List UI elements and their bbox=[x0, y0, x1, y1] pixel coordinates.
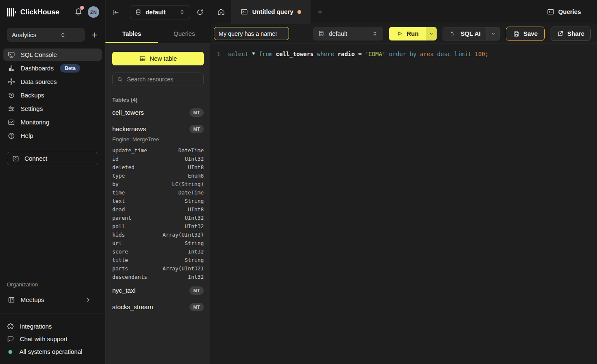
sidebar-item-backups[interactable]: Backups bbox=[3, 89, 102, 101]
clickhouse-logo bbox=[7, 8, 16, 17]
sidebar-item-help[interactable]: Help bbox=[3, 129, 102, 142]
share-button[interactable]: Share bbox=[551, 27, 591, 41]
sidebar-item-settings[interactable]: Settings bbox=[3, 102, 102, 115]
avatar[interactable]: ZN bbox=[88, 6, 99, 18]
sidebar-item-data-sources[interactable]: Data sources bbox=[3, 75, 102, 88]
column-row[interactable]: url String bbox=[112, 239, 204, 247]
table-row-nyc-taxi[interactable]: nyc_taxi MT bbox=[112, 283, 204, 297]
table-row-hackernews[interactable]: hackernews MT bbox=[112, 122, 204, 136]
home-button[interactable] bbox=[211, 0, 231, 24]
collapse-panel-button[interactable] bbox=[112, 8, 120, 16]
column-row[interactable]: by LC(String) bbox=[112, 180, 204, 188]
column-type: UInt8 bbox=[188, 164, 204, 170]
explorer-panel: default Tables Queries bbox=[105, 0, 211, 364]
engine-detail: Engine: MergeTree bbox=[112, 136, 204, 143]
column-type: String bbox=[185, 198, 204, 204]
search-resources-input[interactable] bbox=[127, 76, 203, 83]
tab-tables[interactable]: Tables bbox=[105, 24, 158, 43]
column-row[interactable]: parent UInt32 bbox=[112, 213, 204, 222]
search-resources-box[interactable] bbox=[112, 73, 204, 86]
column-row[interactable]: update_time DateTime bbox=[112, 146, 204, 154]
engine-badge: MT bbox=[189, 303, 204, 311]
sql-ai-options-button[interactable] bbox=[486, 27, 500, 40]
column-row[interactable]: text String bbox=[112, 197, 204, 205]
sidebar-item-label: SQL Console bbox=[21, 51, 57, 58]
column-name: parts bbox=[112, 265, 128, 272]
column-row[interactable]: deleted UInt8 bbox=[112, 163, 204, 171]
column-name: by bbox=[112, 181, 119, 187]
share-icon bbox=[557, 30, 564, 37]
search-icon bbox=[117, 76, 123, 83]
sidebar-item-sql-console[interactable]: SQL Console bbox=[3, 49, 102, 61]
database-icon bbox=[135, 9, 141, 15]
integrations-label: Integrations bbox=[20, 323, 52, 330]
column-list: update_time DateTime id UInt32 deleted U… bbox=[112, 146, 204, 281]
brand-name: ClickHouse bbox=[20, 8, 74, 16]
run-database-select[interactable]: default bbox=[313, 27, 383, 40]
workspace-select[interactable]: Analytics bbox=[7, 28, 85, 42]
system-status-label: All systems operational bbox=[19, 348, 82, 355]
sidebar-header: ClickHouse ZN bbox=[0, 0, 105, 24]
chevron-down-icon bbox=[491, 31, 496, 36]
column-name: parent bbox=[112, 215, 131, 221]
queries-button[interactable]: Queries bbox=[547, 0, 597, 24]
chevron-updown-icon bbox=[46, 32, 80, 38]
chevron-right-icon bbox=[85, 297, 91, 303]
save-button[interactable]: Save bbox=[506, 27, 545, 41]
column-name: text bbox=[112, 198, 125, 204]
app-root: ClickHouse ZN Analytics bbox=[0, 0, 597, 364]
column-row[interactable]: poll UInt32 bbox=[112, 222, 204, 230]
column-row[interactable]: dead UInt8 bbox=[112, 205, 204, 213]
tab-untitled-query[interactable]: Untitled query bbox=[231, 0, 311, 24]
sidebar-item-chat-support[interactable]: Chat with support bbox=[7, 333, 98, 345]
notifications-button[interactable] bbox=[74, 7, 83, 17]
sidebar-item-dashboards[interactable]: Dashboards Beta bbox=[3, 62, 102, 74]
tab-queries[interactable]: Queries bbox=[158, 24, 211, 43]
column-row[interactable]: parts Array(UInt32) bbox=[112, 264, 204, 272]
column-row[interactable]: score Int32 bbox=[112, 247, 204, 256]
column-name: id bbox=[112, 156, 119, 162]
table-row-cell-towers[interactable]: cell_towers MT bbox=[112, 105, 204, 119]
notification-dot bbox=[80, 6, 84, 10]
column-type: UInt32 bbox=[185, 215, 204, 221]
tables-section-label: Tables (4) bbox=[112, 97, 204, 103]
run-options-button[interactable] bbox=[426, 27, 437, 40]
toolbar-right-group: default Run bbox=[313, 27, 591, 41]
column-row[interactable]: title String bbox=[112, 256, 204, 264]
column-name: url bbox=[112, 240, 122, 246]
system-status-row[interactable]: All systems operational bbox=[7, 345, 98, 358]
new-table-label: New table bbox=[150, 55, 177, 62]
database-select[interactable]: default bbox=[130, 5, 190, 19]
sidebar-item-integrations[interactable]: Integrations bbox=[7, 320, 98, 333]
add-service-button[interactable] bbox=[91, 31, 98, 39]
run-button[interactable]: Run bbox=[389, 27, 426, 40]
column-type: UInt8 bbox=[188, 206, 204, 213]
connect-button[interactable]: Connect bbox=[7, 152, 98, 165]
column-type: LC(String) bbox=[172, 181, 204, 187]
column-row[interactable]: type Enum8 bbox=[112, 171, 204, 180]
column-row[interactable]: id UInt32 bbox=[112, 154, 204, 163]
query-toolbar: default Run bbox=[211, 24, 597, 43]
database-select-value: default bbox=[146, 9, 175, 16]
sidebar-item-monitoring[interactable]: Monitoring bbox=[3, 116, 102, 128]
play-icon bbox=[397, 30, 403, 37]
chat-icon bbox=[7, 335, 14, 343]
column-row[interactable]: time DateTime bbox=[112, 188, 204, 197]
column-type: String bbox=[185, 240, 204, 246]
line-number: 1 bbox=[211, 50, 221, 59]
explorer-tabs: Tables Queries bbox=[105, 24, 211, 43]
query-name-input[interactable] bbox=[214, 27, 289, 40]
sidebar-item-meetups[interactable]: Meetups bbox=[0, 294, 105, 306]
refresh-button[interactable] bbox=[196, 8, 204, 16]
table-row-stocks-stream[interactable]: stocks_stream MT bbox=[112, 300, 204, 314]
workspace-row: Analytics bbox=[0, 24, 105, 46]
column-row[interactable]: descendants Int32 bbox=[112, 272, 204, 281]
sql-ai-button[interactable]: SQL AI bbox=[443, 27, 486, 40]
dashboards-icon bbox=[8, 65, 15, 72]
new-tab-button[interactable] bbox=[311, 0, 330, 24]
new-table-button[interactable]: New table bbox=[112, 52, 204, 65]
sidebar-item-label: Help bbox=[21, 132, 33, 139]
workspace-select-value: Analytics bbox=[12, 32, 46, 38]
column-row[interactable]: kids Array(UInt32) bbox=[112, 230, 204, 239]
sql-editor[interactable]: 1 select * from cell_towers where radio … bbox=[211, 43, 597, 364]
